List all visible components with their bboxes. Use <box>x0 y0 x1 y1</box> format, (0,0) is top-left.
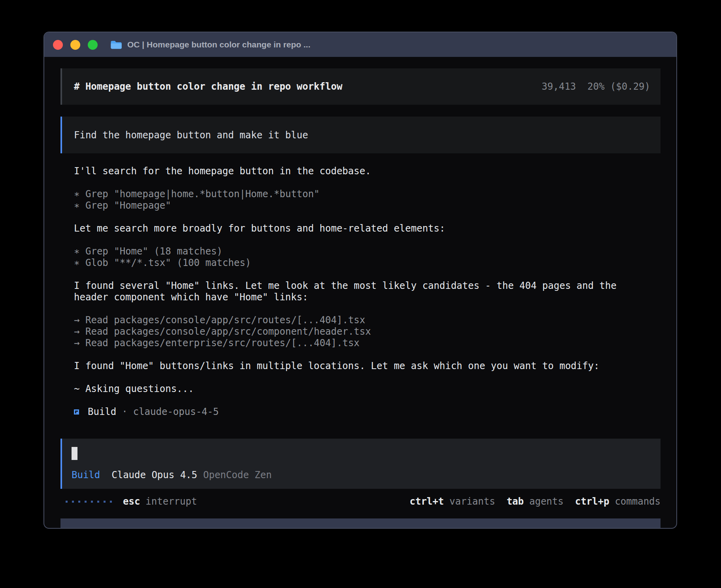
tool-call-text: Glob "**/*.tsx" (100 matches) <box>85 257 251 268</box>
window-titlebar: OC | Homepage button color change in rep… <box>44 32 676 57</box>
close-button[interactable] <box>53 40 63 50</box>
terminal-window: OC | Homepage button color change in rep… <box>43 32 677 529</box>
tool-call-read: →Read packages/console/app/src/routes/[.… <box>74 315 661 326</box>
zoom-button[interactable] <box>88 40 98 50</box>
tool-call-group: ∗Grep "homepage|home.*button|Home.*butto… <box>74 188 661 211</box>
user-message: Find the homepage button and make it blu… <box>60 117 661 153</box>
activity-dots-icon <box>66 501 112 503</box>
status-left: esc interrupt <box>66 496 197 507</box>
tool-call-text: Grep "Home" (18 matches) <box>85 246 223 257</box>
tool-bullet-icon: ∗ <box>74 246 85 257</box>
tool-call-read: →Read packages/enterprise/src/routes/[..… <box>74 337 661 349</box>
conversation: I'll search for the homepage button in t… <box>74 166 661 418</box>
status-right: ctrl+t variants tab agents ctrl+p comman… <box>398 496 661 507</box>
tool-bullet-icon: ∗ <box>74 200 85 211</box>
tool-bullet-icon: ∗ <box>74 257 85 269</box>
tool-bullet-icon: ∗ <box>74 188 85 200</box>
status-bar: esc interrupt ctrl+t variants tab agents… <box>66 496 661 507</box>
hint-label-interrupt: interrupt <box>145 496 197 507</box>
terminal-content: # Homepage button color change in repo w… <box>44 57 676 528</box>
hint-label: commands <box>615 496 661 507</box>
window-title: OC | Homepage button color change in rep… <box>127 40 310 49</box>
assistant-text: Let me search more broadly for buttons a… <box>74 223 661 234</box>
read-arrow-icon: → <box>74 315 85 326</box>
separator-dot: · <box>122 406 127 418</box>
hint-key-esc: esc <box>123 496 140 507</box>
tool-call-text: Read packages/enterprise/src/routes/[...… <box>85 337 360 349</box>
hint-label: variants <box>449 496 495 507</box>
tool-call-text: Read packages/console/app/src/component/… <box>85 326 371 337</box>
hint-key: ctrl+p <box>575 496 610 507</box>
provider-label: OpenCode Zen <box>203 469 272 481</box>
hint-key: tab <box>507 496 524 507</box>
session-title: # Homepage button color change in repo w… <box>74 81 342 92</box>
active-model-label: Claude Opus 4.5 <box>111 469 197 481</box>
tool-call-text: Grep "Homepage" <box>85 200 171 211</box>
tool-call-text: Read packages/console/app/src/routes/[..… <box>85 315 365 326</box>
tool-call-grep: ∗Grep "Home" (18 matches) <box>74 246 661 257</box>
token-count: 39,413 <box>542 81 576 92</box>
read-arrow-icon: → <box>74 337 85 349</box>
tool-call-read: →Read packages/console/app/src/component… <box>74 326 661 337</box>
traffic-lights <box>53 40 98 50</box>
read-arrow-icon: → <box>74 326 85 337</box>
user-message-text: Find the homepage button and make it blu… <box>74 130 308 141</box>
hint-variants: ctrl+t variants <box>410 496 495 507</box>
minimize-button[interactable] <box>70 40 80 50</box>
folder-icon <box>110 40 122 49</box>
agent-model: claude-opus-4-5 <box>133 406 219 418</box>
tool-call-glob: ∗Glob "**/*.tsx" (100 matches) <box>74 257 661 269</box>
input-meta-row: Build Claude Opus 4.5 OpenCode Zen <box>72 469 650 481</box>
build-agent-icon <box>74 409 79 415</box>
text-cursor <box>72 447 77 460</box>
assistant-text: I'll search for the homepage button in t… <box>74 166 661 177</box>
session-header: # Homepage button color change in repo w… <box>60 68 661 105</box>
agent-badge: Build · claude-opus-4-5 <box>74 406 661 418</box>
hint-agents: tab agents <box>507 496 564 507</box>
tool-call-grep: ∗Grep "Homepage" <box>74 200 661 211</box>
hint-key: ctrl+t <box>410 496 444 507</box>
tool-call-group: →Read packages/console/app/src/routes/[.… <box>74 315 661 349</box>
assistant-text: I found "Home" buttons/links in multiple… <box>74 360 661 372</box>
assistant-text-line: header component which have "Home" links… <box>74 292 308 303</box>
title-group: OC | Homepage button color change in rep… <box>110 40 310 49</box>
hint-commands: ctrl+p commands <box>575 496 661 507</box>
window-bottom-edge <box>60 518 661 528</box>
prompt-input[interactable]: Build Claude Opus 4.5 OpenCode Zen <box>60 439 661 489</box>
assistant-working-status: ~ Asking questions... <box>74 383 661 395</box>
tool-call-text: Grep "homepage|home.*button|Home.*button… <box>85 188 319 200</box>
assistant-text-line: I found several "Home" links. Let me loo… <box>74 280 617 291</box>
active-agent-label: Build <box>72 469 100 481</box>
tool-call-grep: ∗Grep "homepage|home.*button|Home.*butto… <box>74 188 661 200</box>
agent-name: Build <box>88 406 116 418</box>
assistant-text: I found several "Home" links. Let me loo… <box>74 280 661 303</box>
tool-call-group: ∗Grep "Home" (18 matches) ∗Glob "**/*.ts… <box>74 246 661 269</box>
session-stats: 39,413 20% ($0.29) <box>542 81 650 92</box>
context-usage-cost: 20% ($0.29) <box>587 81 650 92</box>
hint-label: agents <box>529 496 564 507</box>
